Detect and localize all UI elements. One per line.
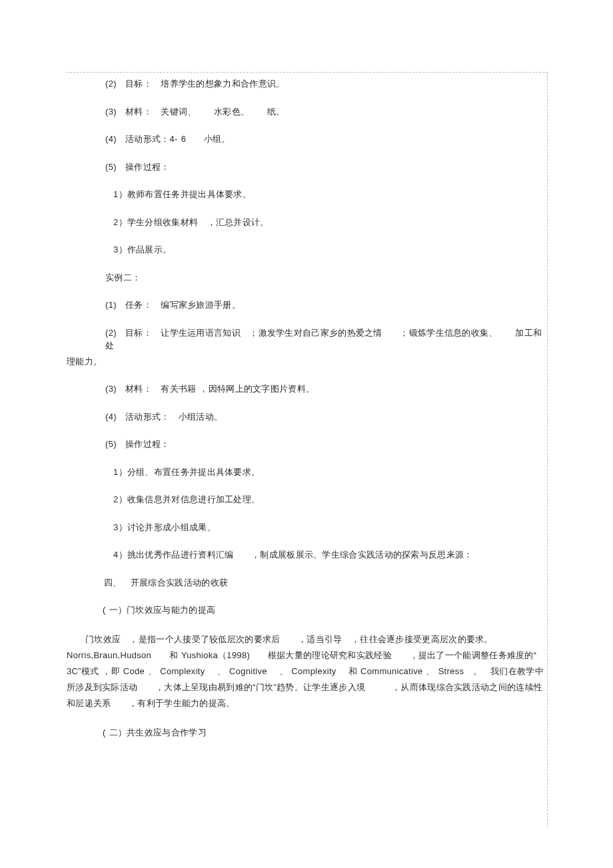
ex2-item-2-goal-line1: (2) 目标： 让学生运用语言知识 ；激发学生对自己家乡的热爱之情 ；锻炼学生信… bbox=[67, 326, 546, 352]
step-2-collect: 2）学生分组收集材料 ，汇总并设计。 bbox=[67, 216, 546, 229]
item-2-goal: (2) 目标： 培养学生的想象力和合作意识。 bbox=[67, 77, 546, 91]
step-1-assign: 1）教师布置任务并提出具体要求。 bbox=[67, 188, 546, 201]
threshold-effect-paragraph: 门坎效应 ，是指一个人接受了较低层次的要求后 ，适当引导 ，往往会逐步接受更高层… bbox=[67, 632, 546, 711]
item-4-activity-form: (4) 活动形式：4- 6 小组。 bbox=[67, 133, 546, 146]
ex2-step-2: 2）收集信息并对信息进行加工处理。 bbox=[67, 493, 546, 506]
ex2-item-1-task: (1) 任务： 编写家乡旅游手册。 bbox=[67, 298, 546, 312]
ex2-item-2-goal-line2: 理能力。 bbox=[67, 355, 546, 368]
ex2-step-4: 4）挑出优秀作品进行资料汇编 ，制成展板展示。学生综合实践活动的探索与反思来源： bbox=[67, 548, 546, 562]
sub-1-threshold-effect: ( 一）门坎效应与能力的提高 bbox=[67, 604, 546, 617]
ex2-step-3: 3）讨论并形成小组成果。 bbox=[67, 521, 546, 534]
ex2-item-4-activity-form: (4) 活动形式： 小组活动。 bbox=[67, 410, 546, 424]
ex2-item-3-materials: (3) 材料： 有关书籍 ，因特网上的文字图片资料。 bbox=[67, 382, 546, 396]
example-two-heading: 实例二： bbox=[67, 271, 546, 284]
document-page: (2) 目标： 培养学生的想象力和合作意识。 (3) 材料： 关键词、 水彩色、… bbox=[0, 0, 613, 868]
section-four-heading: 四、 开展综合实践活动的收获 bbox=[67, 576, 546, 590]
item-5-procedure: (5) 操作过程： bbox=[67, 161, 546, 174]
ex2-item-5-procedure: (5) 操作过程： bbox=[67, 438, 546, 451]
ex2-step-1: 1）分组、布置任务并提出具体要求。 bbox=[67, 466, 546, 479]
sub-2-symbiosis-effect: ( 二）共生效应与合作学习 bbox=[67, 726, 546, 739]
step-3-display: 3）作品展示。 bbox=[67, 243, 546, 256]
item-3-materials: (3) 材料： 关键词、 水彩色、 纸。 bbox=[67, 105, 546, 119]
